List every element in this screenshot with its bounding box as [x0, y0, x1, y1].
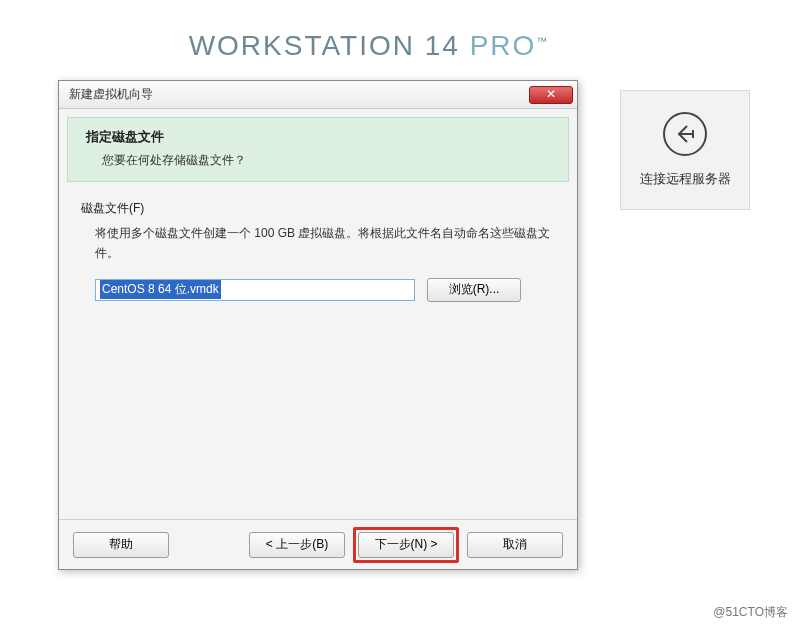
browse-button[interactable]: 浏览(R)... — [427, 278, 521, 302]
cancel-button[interactable]: 取消 — [467, 532, 563, 558]
help-button[interactable]: 帮助 — [73, 532, 169, 558]
close-button[interactable]: ✕ — [529, 86, 573, 104]
connect-remote-label: 连接远程服务器 — [640, 170, 731, 188]
connect-remote-server-card[interactable]: 连接远程服务器 — [620, 90, 750, 210]
close-icon: ✕ — [546, 87, 556, 101]
wizard-header-subtitle: 您要在何处存储磁盘文件？ — [86, 152, 550, 169]
brand-title: WORKSTATION 14 PRO™ — [0, 30, 738, 62]
wizard-button-bar: 帮助 < 上一步(B) 下一步(N) > 取消 — [59, 519, 577, 569]
disk-file-input[interactable]: CentOS 8 64 位.vmdk — [95, 279, 415, 301]
next-button[interactable]: 下一步(N) > — [358, 532, 454, 558]
wizard-header: 指定磁盘文件 您要在何处存储磁盘文件？ — [67, 117, 569, 182]
new-vm-wizard-dialog: 新建虚拟机向导 ✕ 指定磁盘文件 您要在何处存储磁盘文件？ 磁盘文件(F) 将使… — [58, 80, 578, 570]
back-button[interactable]: < 上一步(B) — [249, 532, 345, 558]
dialog-title: 新建虚拟机向导 — [69, 86, 153, 103]
watermark: @51CTO博客 — [713, 604, 788, 621]
connect-remote-icon — [663, 112, 707, 156]
dialog-titlebar: 新建虚拟机向导 ✕ — [59, 81, 577, 109]
disk-file-section-label: 磁盘文件(F) — [81, 200, 555, 217]
disk-file-description: 将使用多个磁盘文件创建一个 100 GB 虚拟磁盘。将根据此文件名自动命名这些磁… — [81, 223, 555, 264]
next-button-highlight: 下一步(N) > — [353, 527, 459, 563]
disk-file-value: CentOS 8 64 位.vmdk — [100, 280, 221, 299]
wizard-header-title: 指定磁盘文件 — [86, 128, 550, 146]
